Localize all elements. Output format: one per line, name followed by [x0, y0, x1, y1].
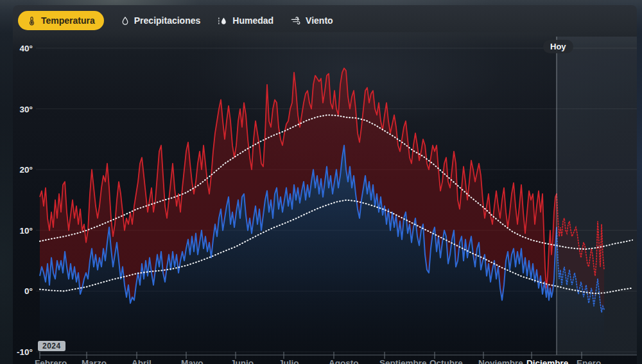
temperature-chart-canvas[interactable]: 40°30°20°10°0°-10°FebreroMarzoAbrilMayoJ…	[0, 0, 642, 364]
tab-precipitaciones-label: Precipitaciones	[134, 15, 201, 26]
y-axis-label: -10°	[17, 347, 33, 357]
droplet-icon	[121, 16, 130, 26]
y-axis-label: 40°	[20, 44, 33, 53]
month-label: Abril	[132, 358, 152, 364]
tab-humedad-label: Humedad	[232, 15, 273, 26]
tab-viento-label: Viento	[306, 15, 333, 26]
month-label: Noviembre	[478, 358, 523, 364]
y-axis-label: 20°	[20, 165, 33, 175]
month-label: Julio	[279, 358, 299, 364]
month-label: Diciembre	[526, 358, 569, 364]
y-axis-label: 30°	[20, 105, 33, 114]
tab-temperatura-label: Temperatura	[41, 15, 95, 26]
month-label: Mayo	[181, 358, 204, 364]
month-label: Septiembre	[379, 358, 427, 364]
weather-variable-tabs: Temperatura Precipitaciones Humedad Vien…	[0, 8, 637, 33]
month-label: Agosto	[329, 358, 359, 364]
weather-chart-page: { "tabs": { "items": [ {"label": "Temper…	[0, 0, 642, 364]
today-marker-badge: Hoy	[543, 40, 573, 53]
y-axis-label: 10°	[20, 226, 33, 236]
thermometer-icon	[27, 16, 37, 26]
month-label: Marzo	[82, 358, 107, 364]
y-axis-label: 0°	[24, 286, 33, 296]
tab-precipitaciones[interactable]: Precipitaciones	[121, 15, 201, 26]
month-label: Enero	[577, 358, 601, 364]
tab-viento[interactable]: Viento	[290, 15, 333, 26]
month-label: Junio	[230, 358, 254, 364]
wind-icon	[290, 16, 301, 25]
humidity-icon	[217, 16, 228, 26]
tab-temperatura[interactable]: Temperatura	[18, 11, 104, 30]
month-label: Febrero	[35, 358, 67, 364]
year-badge: 2024	[38, 341, 65, 351]
tab-humedad[interactable]: Humedad	[217, 15, 273, 26]
month-label: Octubre	[429, 358, 463, 364]
